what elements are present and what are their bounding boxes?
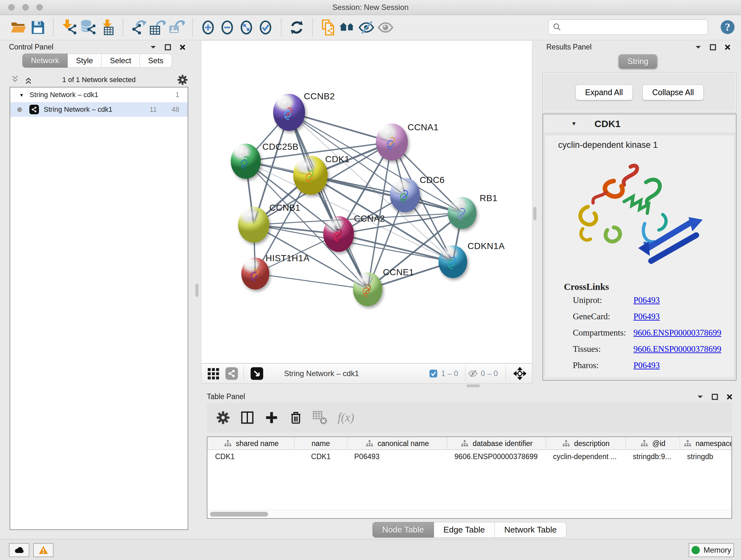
fx-button[interactable]: f(x): [337, 410, 361, 425]
import-network-database-button[interactable]: [78, 18, 98, 37]
column-header-shared-name[interactable]: shared name: [208, 437, 294, 450]
clone-network-button[interactable]: [319, 18, 338, 37]
close-panel-icon[interactable]: [179, 44, 186, 51]
help-button[interactable]: ?: [720, 19, 735, 35]
crosslink-link[interactable]: P06493: [633, 312, 660, 321]
network-node-CDC6[interactable]: [390, 178, 420, 212]
crosslink-link[interactable]: P06493: [633, 361, 660, 370]
vertical-splitter-handle-left[interactable]: [195, 284, 199, 297]
hide-selected-button[interactable]: [357, 18, 376, 37]
grid-view-icon[interactable]: [206, 367, 220, 380]
network-node-CCNB1[interactable]: [238, 207, 269, 243]
network-node-CCNB2[interactable]: [273, 94, 305, 131]
delete-table-button[interactable]: [313, 410, 327, 425]
network-node-CCNE1[interactable]: [353, 272, 382, 306]
network-node-RB1[interactable]: [448, 197, 476, 229]
tab-node-table[interactable]: Node Table: [373, 522, 434, 538]
column-header-database-identifier[interactable]: database identifier: [448, 437, 546, 450]
import-network-file-button[interactable]: [59, 18, 78, 37]
cell-database-identifier[interactable]: 9606.ENSP00000378699: [448, 450, 546, 463]
network-node-CDK1[interactable]: [293, 156, 328, 195]
hidden-eye-slash-icon[interactable]: [468, 369, 478, 378]
warning-button[interactable]: [33, 543, 54, 557]
pan-crosshair-icon[interactable]: [514, 367, 526, 380]
zoom-fit-button[interactable]: [237, 18, 256, 37]
results-entry-header[interactable]: ▼ CDK1: [543, 114, 736, 133]
entry-caret-icon[interactable]: ▼: [571, 121, 577, 127]
maximize-panel-icon[interactable]: [164, 44, 172, 51]
results-tab-string[interactable]: String: [618, 54, 657, 69]
selected-checkbox-icon[interactable]: [429, 369, 438, 378]
birdseye-view-icon[interactable]: [250, 367, 264, 380]
cell-name[interactable]: CDK1: [294, 450, 347, 463]
maximize-panel-icon[interactable]: [709, 44, 717, 51]
cell-canonical-name[interactable]: P06493: [347, 450, 448, 463]
cell-namespace[interactable]: stringdb: [680, 450, 731, 463]
search-input[interactable]: [564, 21, 708, 34]
tab-edge-table[interactable]: Edge Table: [434, 522, 495, 538]
network-overview-icon[interactable]: [225, 367, 239, 380]
export-image-button[interactable]: [167, 18, 186, 37]
float-panel-icon[interactable]: [149, 44, 157, 51]
horizontal-scrollbar[interactable]: [207, 510, 731, 518]
close-panel-icon[interactable]: [724, 44, 731, 51]
crosslink-row: Tissues:9606.ENSP00000378699: [545, 341, 734, 357]
scrollbar-thumb[interactable]: [210, 512, 268, 516]
column-header-namespace[interactable]: namespace: [680, 437, 731, 450]
import-network-file-icon: [61, 19, 77, 36]
network-canvas[interactable]: CCNB2 CCNA1 CDC25B CDK1 CDC6 RB1CCNB1 CC…: [201, 40, 532, 363]
export-table-button[interactable]: [148, 18, 167, 37]
cell--id[interactable]: stringdb:9...: [626, 450, 680, 463]
expand-all-button[interactable]: Expand All: [576, 84, 633, 100]
tab-select[interactable]: Select: [102, 54, 140, 68]
network-current-dot-icon: [17, 107, 22, 112]
horizontal-splitter-handle[interactable]: [467, 384, 480, 387]
tab-style[interactable]: Style: [68, 54, 102, 68]
collection-caret-icon[interactable]: ▼: [19, 92, 24, 98]
import-table-file-icon: [99, 19, 115, 36]
column-header-description[interactable]: description: [546, 437, 626, 450]
memory-button[interactable]: Memory: [689, 543, 734, 557]
network-node-CCNA1[interactable]: [376, 124, 408, 161]
column-header--id[interactable]: @id: [626, 437, 680, 450]
tab-network[interactable]: Network: [22, 54, 68, 68]
network-node-HIST1H1A[interactable]: [241, 258, 269, 290]
float-panel-icon[interactable]: [694, 44, 702, 51]
zoom-out-button[interactable]: [218, 18, 237, 37]
add-column-button[interactable]: [264, 410, 279, 425]
network-node-CDC25B[interactable]: [231, 144, 261, 179]
refresh-view-button[interactable]: [287, 18, 307, 37]
crosslink-link[interactable]: 9606.ENSP00000378699: [633, 344, 721, 354]
control-panel-tabs: NetworkStyleSelectSets: [22, 54, 172, 68]
float-panel-icon[interactable]: [696, 393, 704, 401]
columns-button[interactable]: [240, 410, 255, 425]
table-row[interactable]: CDK1CDK1P064939606.ENSP00000378699cyclin…: [207, 450, 731, 463]
tab-sets[interactable]: Sets: [140, 54, 172, 68]
birdseye-home-button[interactable]: [338, 18, 357, 37]
network-collection-row[interactable]: ▼ String Network – cdk1 1: [10, 87, 188, 102]
delete-column-button[interactable]: [288, 410, 303, 425]
crosslink-link[interactable]: P06493: [633, 295, 660, 305]
save-session-button[interactable]: [28, 18, 47, 37]
zoom-selected-button[interactable]: [256, 18, 275, 37]
zoom-in-button[interactable]: [199, 18, 218, 37]
column-header-name[interactable]: name: [294, 437, 347, 450]
network-node-CCNA2[interactable]: [323, 216, 354, 252]
gear-button[interactable]: [216, 410, 230, 425]
network-node-CDKN1A[interactable]: [439, 246, 467, 278]
maximize-panel-icon[interactable]: [711, 393, 719, 401]
crosslink-link[interactable]: 9606.ENSP00000378699: [633, 328, 721, 338]
cell-description[interactable]: cyclin-dependent ...: [546, 450, 626, 463]
network-row-selected[interactable]: String Network – cdk1 11 48: [10, 102, 188, 117]
close-panel-icon[interactable]: [726, 393, 733, 401]
tab-network-table[interactable]: Network Table: [495, 522, 566, 538]
cell-shared-name[interactable]: CDK1: [208, 450, 294, 463]
export-network-button[interactable]: [129, 18, 148, 37]
column-header-canonical-name[interactable]: canonical name: [347, 437, 448, 450]
vertical-splitter-handle-right[interactable]: [533, 207, 536, 220]
collapse-all-button[interactable]: Collapse All: [643, 84, 704, 100]
cloud-button[interactable]: [9, 543, 29, 557]
show-hidden-button[interactable]: [376, 18, 395, 37]
open-file-button[interactable]: [9, 18, 28, 37]
import-table-file-button[interactable]: [98, 18, 117, 37]
